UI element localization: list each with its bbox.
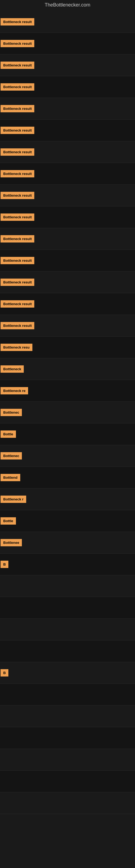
bottleneck-row: Bottleneck result	[0, 11, 135, 33]
bottleneck-badge[interactable]: Bottleneck result	[1, 235, 34, 243]
bottleneck-row	[0, 706, 135, 727]
bottleneck-row	[0, 771, 135, 792]
bottleneck-badge[interactable]: Bottleneck r	[1, 496, 26, 503]
bottleneck-row	[0, 597, 135, 619]
bottleneck-badge[interactable]: Bottleneck resu	[1, 344, 32, 351]
bottleneck-badge[interactable]: Bottlenec	[1, 409, 22, 416]
bottleneck-row: Bottleneck result	[0, 141, 135, 163]
bottleneck-badge[interactable]: Bottleneck result	[1, 192, 34, 199]
bottleneck-row	[0, 749, 135, 771]
bottleneck-row: Bottleneck result	[0, 293, 135, 315]
bottleneck-row: Bottleneck result	[0, 76, 135, 98]
bottleneck-row	[0, 727, 135, 749]
bottleneck-badge[interactable]: Bottleneck result	[1, 322, 34, 329]
bottleneck-row: Bottleneck result	[0, 250, 135, 272]
bottleneck-badge[interactable]: Bottle	[1, 431, 16, 438]
rows-container: Bottleneck resultBottleneck resultBottle…	[0, 11, 135, 814]
bottleneck-badge[interactable]: B	[1, 669, 8, 677]
bottleneck-row	[0, 619, 135, 641]
bottleneck-badge[interactable]: Bottleneck result	[1, 40, 34, 47]
bottleneck-badge[interactable]: B	[1, 561, 8, 568]
bottleneck-badge[interactable]: Bottleneck result	[1, 127, 34, 134]
bottleneck-row: Bottleneck result	[0, 272, 135, 293]
bottleneck-badge[interactable]: Bottleneck result	[1, 257, 34, 264]
bottleneck-row: Bottleneck result	[0, 207, 135, 228]
bottleneck-badge[interactable]: Bottlend	[1, 474, 20, 481]
bottleneck-badge[interactable]: Bottleneck result	[1, 170, 34, 177]
bottleneck-row: Bottleneck resu	[0, 337, 135, 358]
bottleneck-row: Bottleneck r	[0, 489, 135, 510]
page-container: TheBottlenecker.com Bottleneck resultBot…	[0, 0, 135, 868]
bottleneck-row	[0, 575, 135, 597]
bottleneck-row: Bottlend	[0, 467, 135, 489]
bottleneck-row: Bottleneck result	[0, 315, 135, 337]
bottleneck-badge[interactable]: Bottleneck re	[1, 387, 28, 394]
bottleneck-row	[0, 684, 135, 706]
bottleneck-row: Bottleneck result	[0, 163, 135, 185]
bottleneck-badge[interactable]: Bottleneck result	[1, 300, 34, 308]
bottleneck-badge[interactable]: Bottleneck	[1, 365, 24, 373]
bottleneck-row: Bottleneck result	[0, 55, 135, 76]
bottleneck-row: Bottleneck result	[0, 98, 135, 120]
bottleneck-row: Bottleneck result	[0, 120, 135, 141]
bottleneck-badge[interactable]: Bottle	[1, 517, 16, 525]
bottleneck-row: B	[0, 554, 135, 575]
bottleneck-row: Bottle	[0, 510, 135, 532]
bottleneck-badge[interactable]: Bottleneck result	[1, 83, 34, 91]
bottleneck-badge[interactable]: Bottleneck result	[1, 18, 34, 26]
bottleneck-badge[interactable]: Bottlenee	[1, 539, 22, 546]
bottleneck-row: Bottle	[0, 424, 135, 445]
bottleneck-row: Bottlenee	[0, 532, 135, 554]
bottleneck-row: B	[0, 662, 135, 684]
bottleneck-badge[interactable]: Bottleneck result	[1, 105, 34, 112]
bottleneck-badge[interactable]: Bottleneck result	[1, 148, 34, 156]
bottleneck-row: Bottleneck	[0, 358, 135, 380]
bottleneck-row	[0, 792, 135, 814]
bottleneck-row: Bottleneck result	[0, 185, 135, 207]
bottleneck-row: Bottleneck re	[0, 380, 135, 402]
bottleneck-badge[interactable]: Bottleneck result	[1, 214, 34, 221]
site-title: TheBottlenecker.com	[0, 0, 135, 11]
bottleneck-row: Bottleneck result	[0, 33, 135, 55]
bottleneck-row: Bottlenec	[0, 445, 135, 467]
bottleneck-badge[interactable]: Bottleneck result	[1, 62, 34, 69]
bottleneck-row	[0, 641, 135, 662]
bottleneck-row: Bottleneck result	[0, 228, 135, 250]
bottleneck-badge[interactable]: Bottleneck result	[1, 279, 34, 286]
bottleneck-row: Bottlenec	[0, 402, 135, 424]
bottleneck-badge[interactable]: Bottlenec	[1, 452, 22, 460]
